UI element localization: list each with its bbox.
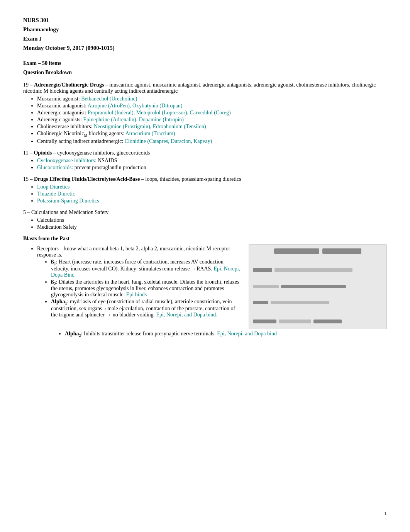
- blasts-image: [249, 244, 387, 329]
- receptors-item: Receptors – know what a normal beta 1, b…: [37, 246, 241, 318]
- cat1-title: Adrenergic/Cholinergic Drugs – muscarini…: [23, 82, 376, 94]
- cat1-list: Muscarinic agonist: Bethanechol (Urechol…: [37, 96, 387, 144]
- header-line2: Pharmacology: [23, 25, 387, 34]
- thiazide-diuretic: Thiazide Diuretic: [37, 191, 387, 197]
- question-breakdown: Question Breakdown: [23, 70, 387, 76]
- cat3-title: Drugs Effecting Fluids/Electrolytes/Acid…: [34, 176, 241, 182]
- header-line4: Monday October 9, 2017 (0900-1015): [23, 43, 387, 53]
- list-item: Cholinergic NicotinicM blocking agents: …: [37, 131, 387, 138]
- cat1-number: 19 –: [23, 82, 34, 88]
- beta1-item: ß1: Heart (increase rate, increases forc…: [51, 259, 241, 278]
- category-3: 15 – Drugs Effecting Fluids/Electrolytes…: [23, 176, 387, 204]
- header-block: NURS 301 Pharmacology Exam I Monday Octo…: [23, 15, 387, 53]
- list-item: Adrenergic antagonist: Propranolol (Inde…: [37, 110, 387, 116]
- list-item: Adrenergic agonists: Epinephrine (Adrena…: [37, 117, 387, 123]
- list-item: Cholinesterase inhibitors: Neostigmine (…: [37, 124, 387, 130]
- cat4-title: Calculations and Medication Safety: [31, 209, 108, 215]
- list-item: Centrally acting indirect antiadrenergic…: [37, 138, 387, 144]
- blasts-text: Receptors – know what a normal beta 1, b…: [23, 244, 241, 320]
- cat4-number: 5 –: [23, 209, 31, 215]
- blasts-section: Blasts from the Past Receptors – know wh…: [23, 236, 387, 338]
- list-item: Glucocorticoids: prevent prostaglandin p…: [37, 165, 387, 171]
- exam-items: Exam – 50 items: [23, 60, 387, 66]
- alpha2-item: Alpha2: Inhibits transmitter release fro…: [65, 331, 387, 338]
- calculations: Calculations: [37, 217, 387, 223]
- exam-info: Exam – 50 items Question Breakdown: [23, 60, 387, 76]
- header-line3: Exam I: [23, 34, 387, 43]
- category-2: 11 – Opioids – cyclooxygenase inhibitors…: [23, 150, 387, 171]
- beta2-item: ß2: Dilates the arterioles in the heart,…: [51, 279, 241, 298]
- header-line1: NURS 301: [23, 15, 387, 25]
- category-4: 5 – Calculations and Medication Safety C…: [23, 209, 387, 230]
- cat2-number: 11 –: [23, 150, 34, 156]
- list-item: Cyclooxygenase inhibitors: NSAIDS: [37, 158, 387, 164]
- loop-diuretics: Loop Diuretics: [37, 184, 387, 190]
- cat2-list: Cyclooxygenase inhibitors: NSAIDS Glucoc…: [37, 158, 387, 171]
- cat2-title: Opioids – cyclooxygenase inhibitors, glu…: [34, 150, 150, 156]
- list-item: Muscarinic agonist: Bethanechol (Urechol…: [37, 96, 387, 102]
- cat4-list: Calculations Medication Safety: [37, 217, 387, 230]
- medication-safety: Medication Safety: [37, 224, 387, 230]
- blasts-two-col: Receptors – know what a normal beta 1, b…: [23, 244, 387, 329]
- cat3-number: 15 –: [23, 176, 34, 182]
- blasts-title: Blasts from the Past: [23, 236, 387, 242]
- potassium-sparing: Potassium-Sparing Diuretics: [37, 198, 387, 204]
- cat3-list: Loop Diuretics Thiazide Diuretic Potassi…: [37, 184, 387, 204]
- list-item: Muscarinic antagonist: Atropine (AtroPen…: [37, 103, 387, 109]
- alpha1-item: Alpha1: mydriasis of eye (constriction o…: [51, 299, 241, 318]
- page-number: 1: [385, 510, 387, 517]
- category-1: 19 – Adrenergic/Cholinergic Drugs – musc…: [23, 82, 387, 144]
